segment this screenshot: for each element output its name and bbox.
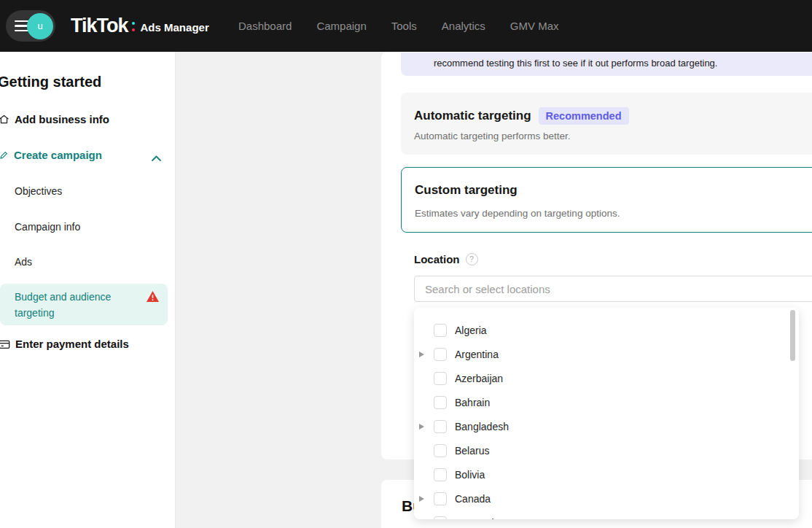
list-item-costa-rica[interactable]: Costa Rica (414, 510, 799, 519)
sidebar-item-objectives[interactable]: Objectives (15, 185, 62, 197)
sidebar-item-create-campaign[interactable]: Create campaign (0, 149, 102, 161)
list-item-bahrain[interactable]: Bahrain (414, 390, 799, 414)
list-item-algeria[interactable]: Algeria (414, 318, 799, 342)
location-search-input[interactable] (414, 276, 812, 302)
checkbox[interactable] (434, 372, 447, 385)
menu-avatar-pill[interactable]: u (6, 10, 55, 42)
checkbox[interactable] (434, 444, 447, 457)
list-item-bolivia[interactable]: Bolivia (414, 462, 799, 486)
sidebar-item-enter-payment-details[interactable]: Enter payment details (0, 338, 129, 350)
custom-targeting-title: Custom targeting (415, 183, 518, 198)
sidebar-item-ads[interactable]: Ads (15, 256, 32, 268)
sidebar: Getting started Add business info Create… (0, 52, 176, 528)
top-navigation: Dashboard Campaign Tools Analytics GMV M… (238, 0, 559, 52)
nav-tools[interactable]: Tools (391, 20, 417, 32)
sidebar-item-add-business-info[interactable]: Add business info (0, 113, 109, 125)
list-item-argentina[interactable]: Argentina (414, 342, 799, 366)
checkbox[interactable] (434, 396, 447, 409)
checkbox[interactable] (434, 492, 447, 505)
expand-caret-icon[interactable] (419, 424, 424, 430)
avatar[interactable]: u (27, 13, 53, 39)
automatic-targeting-title: Automatic targeting (414, 109, 531, 123)
home-icon (0, 114, 9, 125)
tiktok-colon-icon (130, 20, 136, 35)
checkbox[interactable] (434, 324, 447, 337)
recommendation-notice: recommend testing this first to see if i… (401, 53, 812, 76)
help-icon[interactable]: ? (466, 253, 478, 265)
dropdown-scrollbar[interactable] (790, 310, 795, 361)
sidebar-item-label: Enter payment details (15, 338, 129, 350)
product-name: Ads Manager (141, 21, 209, 34)
checkbox[interactable] (434, 420, 447, 433)
list-item-canada[interactable]: Canada (414, 486, 799, 510)
checkbox[interactable] (434, 468, 447, 481)
automatic-targeting-option[interactable]: Automatic targeting Recommended Automati… (401, 93, 812, 155)
nav-campaign[interactable]: Campaign (316, 20, 366, 32)
expand-caret-icon[interactable] (419, 352, 424, 357)
notice-text: recommend testing this first to see if i… (434, 53, 717, 74)
expand-caret-icon[interactable] (419, 496, 424, 502)
screen: u TikTok Ads Manager Dashboard Campaign … (0, 0, 812, 528)
sidebar-item-label: Add business info (15, 113, 109, 125)
automatic-targeting-subtitle: Automatic targeting performs better. (414, 131, 571, 141)
sidebar-item-label: Budget and audience targeting (15, 289, 135, 321)
custom-targeting-option[interactable]: Custom targeting Estimates vary dependin… (401, 167, 812, 233)
custom-targeting-subtitle: Estimates vary depending on targeting op… (415, 208, 620, 219)
recommended-badge: Recommended (539, 107, 629, 125)
topbar: u TikTok Ads Manager Dashboard Campaign … (0, 0, 812, 52)
sidebar-item-campaign-info[interactable]: Campaign info (15, 221, 80, 233)
checkbox[interactable] (434, 516, 447, 520)
tiktok-logo: TikTok Ads Manager (71, 0, 209, 52)
main-content: recommend testing this first to see if i… (175, 52, 812, 528)
sidebar-item-budget-and-audience-targeting[interactable]: Budget and audience targeting (0, 284, 168, 325)
pencil-icon (0, 150, 9, 160)
list-item-bangladesh[interactable]: Bangladesh (414, 414, 799, 438)
nav-analytics[interactable]: Analytics (442, 20, 485, 32)
sidebar-title: Getting started (0, 74, 101, 90)
location-dropdown: Algeria Argentina Azerbaijan Bahrain Ban… (414, 308, 799, 519)
warning-icon (147, 291, 159, 305)
sidebar-item-label: Create campaign (14, 149, 102, 161)
list-item-belarus[interactable]: Belarus (414, 438, 799, 462)
tiktok-wordmark: TikTok (71, 15, 128, 37)
nav-gmv-max[interactable]: GMV Max (510, 20, 559, 32)
list-item-azerbaijan[interactable]: Azerbaijan (414, 366, 799, 390)
chevron-up-icon[interactable] (151, 152, 162, 165)
nav-dashboard[interactable]: Dashboard (238, 20, 292, 32)
location-label: Location (414, 253, 460, 265)
credit-card-icon (0, 339, 10, 349)
checkbox[interactable] (434, 348, 447, 361)
